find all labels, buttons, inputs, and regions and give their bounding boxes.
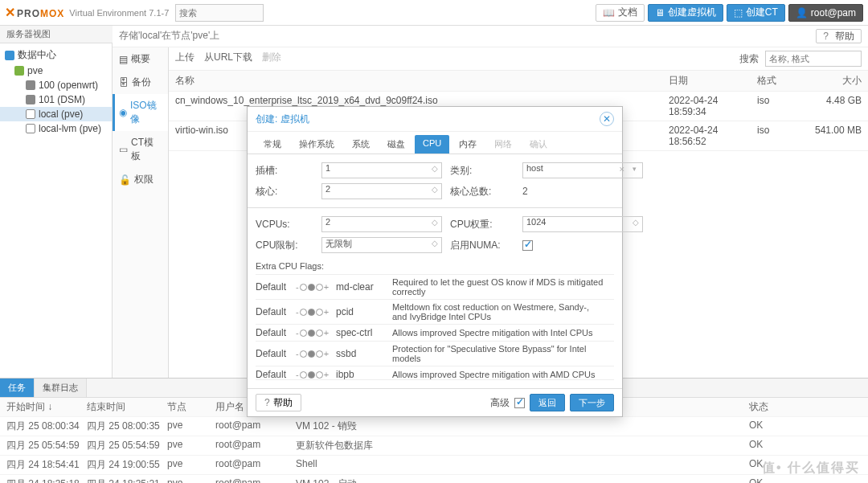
tree-storage-locallvm[interactable]: local-lvm (pve) — [0, 121, 112, 136]
back-button[interactable]: 返回 — [530, 394, 565, 411]
tristate-toggle[interactable]: -+ — [296, 282, 329, 292]
numa-label: 启用NUMA: — [450, 239, 514, 252]
content-search-input[interactable] — [765, 51, 862, 67]
tab-cpu[interactable]: CPU — [415, 135, 449, 153]
total-cores-label: 核心总数: — [450, 185, 514, 199]
task-row[interactable]: 四月 24 18:54:41四月 24 19:00:55pveroot@pamS… — [0, 456, 868, 475]
flag-row: Default-+md-clearRequired to let the gue… — [256, 275, 614, 299]
sockets-label: 插槽: — [256, 164, 313, 178]
cpu-type-combo[interactable]: host — [522, 162, 643, 178]
tree-vm-100[interactable]: 100 (openwrt) — [0, 78, 112, 92]
cpu-flags-table: Default-+md-clearRequired to let the gue… — [256, 274, 614, 380]
subnav-permissions[interactable]: 🔓权限 — [113, 168, 168, 191]
vcpus-input[interactable]: 2 — [321, 216, 442, 232]
version-label: Virtual Environment 7.1-7 — [69, 8, 169, 18]
task-row[interactable]: 四月 24 18:35:18四月 24 18:35:21pveroot@pamV… — [0, 475, 868, 483]
tree-datacenter[interactable]: 数据中心 — [0, 47, 112, 63]
chart-icon: ▤ — [119, 54, 128, 65]
cpu-limit-input[interactable]: 无限制 — [321, 237, 442, 253]
flag-row: Default-+ssbdProtection for "Speculative… — [256, 341, 614, 366]
flag-row: Default-+spec-ctrlAllows improved Spectr… — [256, 324, 614, 341]
close-button[interactable]: ✕ — [600, 112, 614, 126]
vcpus-label: VCPUs: — [256, 219, 313, 230]
tab-network[interactable]: 网络 — [486, 135, 520, 153]
building-icon — [5, 51, 14, 60]
numa-checkbox[interactable] — [522, 240, 533, 251]
tab-tasks[interactable]: 任务 — [0, 379, 35, 397]
subnav-iso[interactable]: ◉ISO镜像 — [113, 94, 168, 131]
download-url-button[interactable]: 从URL下载 — [204, 51, 252, 67]
tab-cluster-log[interactable]: 集群日志 — [35, 379, 87, 397]
cores-label: 核心: — [256, 185, 313, 199]
cores-input[interactable]: 2 — [321, 183, 442, 199]
breadcrumb: 存储'local'在节点'pve'上 ?帮助 — [113, 26, 868, 47]
col-name[interactable]: 名称 — [175, 74, 669, 88]
tab-memory[interactable]: 内存 — [451, 135, 485, 153]
tab-disk[interactable]: 磁盘 — [379, 135, 413, 153]
tab-confirm[interactable]: 确认 — [522, 135, 555, 153]
cpu-units-label: CPU权重: — [450, 218, 514, 231]
tab-os[interactable]: 操作系统 — [291, 135, 342, 153]
server-icon — [14, 66, 24, 76]
logo-text: PROMOX — [17, 6, 64, 19]
subnav-ct-templates[interactable]: ▭CT模板 — [113, 131, 168, 168]
tree-node-pve[interactable]: pve — [0, 63, 112, 78]
tab-general[interactable]: 常规 — [256, 135, 289, 153]
archive-icon: 🗄 — [119, 77, 129, 88]
col-date[interactable]: 日期 — [669, 74, 757, 88]
col-end[interactable]: 结束时间 — [87, 400, 167, 414]
flag-row: Default-+ibpbAllows improved Spectre mit… — [256, 366, 614, 380]
topbar: ✕ PROMOX Virtual Environment 7.1-7 📖文档 🖥… — [0, 0, 868, 26]
tab-system[interactable]: 系统 — [344, 135, 378, 153]
col-status[interactable]: 状态 — [749, 400, 862, 414]
flag-row: Default-+pcidMeltdown fix cost reduction… — [256, 299, 614, 324]
storage-subnav: ▤概要 🗄备份 ◉ISO镜像 ▭CT模板 🔓权限 — [113, 47, 169, 378]
monitor-icon — [26, 95, 35, 104]
advanced-checkbox[interactable] — [514, 398, 525, 408]
cpu-units-input[interactable]: 1024 — [522, 216, 643, 232]
task-row[interactable]: 四月 25 05:54:59四月 25 05:54:59pveroot@pam更… — [0, 436, 868, 456]
docs-button[interactable]: 📖文档 — [596, 4, 645, 22]
advanced-label: 高级 — [490, 396, 510, 410]
task-row[interactable]: 四月 25 08:00:34四月 25 08:00:35pveroot@pamV… — [0, 417, 868, 436]
subnav-summary[interactable]: ▤概要 — [113, 47, 168, 71]
help-button[interactable]: ?帮助 — [816, 29, 862, 43]
dialog-title: 创建: 虚拟机 — [256, 113, 309, 126]
col-size[interactable]: 大小 — [805, 74, 862, 88]
tree-storage-local[interactable]: local (pve) — [0, 107, 112, 121]
monitor-icon — [26, 80, 35, 90]
tristate-toggle[interactable]: -+ — [296, 328, 329, 338]
total-cores-value: 2 — [522, 186, 643, 197]
server-view-header[interactable]: 服务器视图 — [0, 26, 113, 43]
col-start[interactable]: 开始时间 ↓ — [6, 400, 87, 414]
disk-icon — [26, 109, 35, 119]
cpu-limit-label: CPU限制: — [256, 239, 313, 252]
tristate-toggle[interactable]: -+ — [296, 370, 329, 379]
upload-button[interactable]: 上传 — [175, 51, 194, 67]
user-menu-button[interactable]: 👤root@pam — [788, 4, 863, 22]
create-vm-dialog: 创建: 虚拟机 ✕ 常规 操作系统 系统 磁盘 CPU 内存 网络 确认 插槽:… — [247, 106, 623, 417]
type-label: 类别: — [450, 164, 514, 178]
monitor-icon: 🖥 — [655, 7, 665, 18]
extra-flags-label: Extra CPU Flags: — [256, 261, 614, 271]
col-format[interactable]: 格式 — [757, 74, 805, 88]
tristate-toggle[interactable]: -+ — [296, 307, 329, 317]
book-icon: 📖 — [603, 7, 615, 18]
next-button[interactable]: 下一步 — [570, 394, 614, 411]
help-icon: ? — [823, 31, 829, 42]
dialog-help-button[interactable]: ?帮助 — [256, 394, 301, 411]
tree-vm-101[interactable]: 101 (DSM) — [0, 92, 112, 107]
logo-icon: ✕ — [5, 5, 15, 20]
delete-button[interactable]: 删除 — [262, 51, 281, 67]
tristate-toggle[interactable]: -+ — [296, 349, 329, 358]
cube-icon: ⬚ — [734, 7, 743, 18]
file-icon: ▭ — [119, 144, 128, 155]
lock-icon: 🔓 — [119, 174, 131, 186]
col-node[interactable]: 节点 — [167, 400, 215, 414]
global-search-input[interactable] — [175, 4, 264, 22]
watermark: 值• 什么值得买 — [762, 460, 860, 477]
create-ct-button[interactable]: ⬚创建CT — [727, 4, 785, 22]
subnav-backup[interactable]: 🗄备份 — [113, 71, 168, 94]
sockets-input[interactable]: 1 — [321, 162, 442, 178]
create-vm-button[interactable]: 🖥创建虚拟机 — [648, 4, 723, 22]
